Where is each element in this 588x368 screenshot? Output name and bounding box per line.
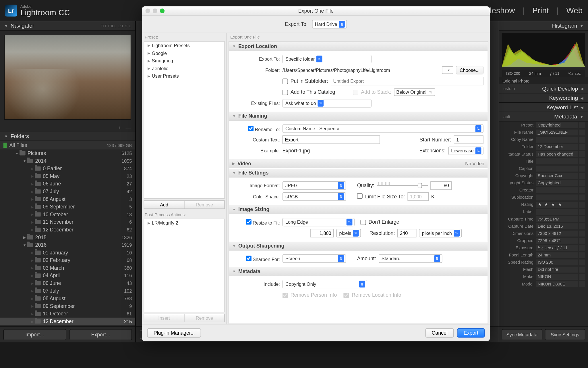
dimension-unit-select[interactable]: pixels⇅ (336, 229, 361, 237)
folder-row[interactable]: ▼20141055 (0, 157, 135, 165)
volume-row[interactable]: All Files 133 / 699 GB (0, 141, 135, 150)
subfolder-input[interactable] (331, 77, 483, 85)
sharpen-for-select[interactable]: Screen⇅ (283, 254, 346, 263)
expand-icon[interactable]: ▶ (30, 266, 35, 270)
postprocess-item[interactable]: ▶LR/Mogrify 2 (144, 219, 224, 227)
metadata-action-icon[interactable] (579, 194, 585, 200)
dont-enlarge-checkbox[interactable] (360, 219, 366, 225)
metadata-action-icon[interactable] (579, 202, 585, 208)
folder-row[interactable]: ▶01 January10 (0, 249, 135, 257)
dimension-input[interactable] (310, 229, 334, 237)
folder-row[interactable]: ▶06 June43 (0, 279, 135, 287)
resize-checkbox[interactable] (246, 219, 251, 224)
export-button[interactable]: Export... (69, 329, 132, 340)
metadata-header[interactable]: aultMetadata▼ (499, 112, 588, 121)
image-format-select[interactable]: JPEG⇅ (283, 181, 346, 190)
metadata-value[interactable]: 7:48:51 PM (536, 216, 578, 222)
traffic-close-icon[interactable] (146, 9, 150, 13)
metadata-value[interactable]: Copyrighted (536, 180, 578, 186)
sharpen-amount-select[interactable]: Standard⇅ (379, 254, 442, 263)
expand-icon[interactable]: ▶ (30, 205, 35, 209)
metadata-value[interactable] (536, 158, 578, 164)
metadata-action-icon[interactable] (579, 252, 585, 258)
expand-icon[interactable]: ▶ (30, 281, 35, 285)
folder-row[interactable]: ▼Pictures6125 (0, 150, 135, 157)
metadata-include-select[interactable]: Copyright Only⇅ (283, 280, 367, 288)
expand-icon[interactable]: ▶ (30, 274, 35, 277)
metadata-action-icon[interactable] (579, 259, 585, 265)
section-metadata[interactable]: ▼Metadata (229, 267, 488, 276)
keywording-header[interactable]: Keywording◀ (499, 93, 588, 103)
metadata-value[interactable]: ★ ★ ★ ★ (536, 202, 578, 208)
dropdown-icon[interactable] (579, 122, 585, 128)
expand-icon[interactable]: ▶ (30, 289, 35, 293)
expand-icon[interactable]: ▶ (30, 182, 35, 186)
resolution-unit-select[interactable]: pixels per inch⇅ (419, 229, 462, 237)
metadata-value[interactable] (536, 194, 578, 200)
folder-row[interactable]: ▶04 April116 (0, 272, 135, 279)
quality-slider[interactable]: | | | | | | | | | | | (377, 182, 428, 189)
navigator-preview[interactable] (4, 35, 131, 120)
metadata-value[interactable]: NIKON CORPORATION (536, 274, 578, 280)
preset-item[interactable]: ▶User Presets (144, 72, 224, 80)
pp-insert-button[interactable]: Insert (144, 314, 184, 323)
sharpen-checkbox[interactable] (246, 255, 251, 261)
sync-metadata-button[interactable]: Sync Metadata (502, 329, 542, 340)
preset-value[interactable]: Copyrighted (536, 122, 578, 128)
metadata-action-icon[interactable] (579, 158, 585, 164)
section-file-settings[interactable]: ▼File Settings (229, 168, 488, 177)
folder-row[interactable]: ▶03 March380 (0, 264, 135, 272)
cancel-button[interactable]: Cancel (425, 328, 454, 337)
metadata-action-icon[interactable] (579, 172, 585, 179)
expand-icon[interactable]: ▶ (30, 197, 35, 201)
metadata-value[interactable] (536, 165, 578, 171)
section-output-sharpening[interactable]: ▼Output Sharpening (229, 241, 488, 250)
folder-row[interactable]: ▶12 December62 (0, 226, 135, 234)
metadata-action-icon[interactable] (579, 230, 585, 236)
section-export-location[interactable]: ▼Export Location (229, 42, 488, 51)
expand-icon[interactable]: ▶ (30, 251, 35, 254)
folder-dropdown[interactable]: ▾ (442, 66, 453, 74)
metadata-action-icon[interactable] (579, 216, 585, 222)
metadata-value[interactable]: 7298 x 4871 (536, 237, 578, 244)
traffic-minimize-icon[interactable] (153, 9, 157, 13)
metadata-value[interactable]: Dec 13, 2016 (536, 223, 578, 229)
keyword-list-header[interactable]: Keyword List◀ (499, 103, 588, 112)
metadata-value[interactable] (536, 209, 578, 215)
folder-row[interactable]: ▶08 August788 (0, 295, 135, 302)
metadata-action-icon[interactable] (579, 187, 585, 193)
pp-remove-button[interactable]: Remove (184, 314, 225, 323)
import-button[interactable]: Import... (3, 329, 66, 340)
metadata-action-icon[interactable] (579, 245, 585, 251)
folder-row[interactable]: ▶10 October13 (0, 211, 135, 218)
expand-icon[interactable]: ▶ (30, 167, 35, 170)
plugin-manager-button[interactable]: Plug-in Manager... (147, 328, 201, 337)
metadata-value[interactable]: Spencer Cox (536, 172, 578, 179)
histogram-panel-header[interactable]: Histogram ▼ (499, 21, 588, 30)
section-image-sizing[interactable]: ▼Image Sizing (229, 205, 488, 214)
preset-remove-button[interactable]: Remove (184, 200, 225, 209)
metadata-value[interactable] (536, 137, 578, 143)
expand-icon[interactable]: ▶ (30, 258, 35, 262)
metadata-action-icon[interactable] (579, 267, 585, 273)
expand-icon[interactable]: ▶ (30, 189, 35, 193)
folder-row[interactable]: ▶07 July42 (0, 188, 135, 195)
metadata-action-icon[interactable] (579, 223, 585, 229)
resolution-input[interactable] (397, 229, 416, 237)
preset-add-button[interactable]: Add (144, 200, 184, 209)
expand-icon[interactable]: ▶ (30, 174, 35, 178)
preset-item[interactable]: ▶Smugmug (144, 57, 224, 65)
extensions-select[interactable]: Lowercase⇅ (448, 147, 483, 155)
metadata-action-icon[interactable] (579, 281, 585, 287)
color-space-select[interactable]: sRGB⇅ (283, 192, 346, 201)
module-tab[interactable]: Web (566, 6, 583, 15)
preset-item[interactable]: ▶Zenfolio (144, 65, 224, 72)
folder-row[interactable]: ▶12 December215 (0, 318, 135, 325)
custom-text-input[interactable] (283, 135, 380, 144)
choose-button[interactable]: Choose... (456, 66, 483, 74)
plus-icon[interactable]: ＋ (117, 125, 123, 131)
metadata-action-icon[interactable] (579, 129, 585, 135)
folder-row[interactable]: ▶09 September5 (0, 203, 135, 211)
metadata-value[interactable] (536, 187, 578, 193)
expand-icon[interactable]: ▶ (30, 304, 35, 308)
